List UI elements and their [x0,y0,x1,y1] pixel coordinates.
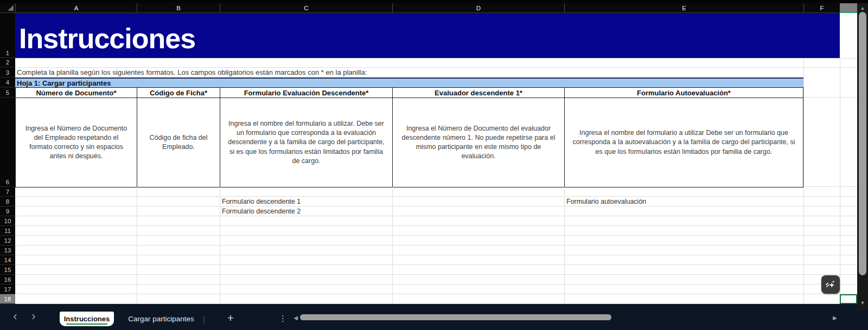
sheet-nav-prev-button[interactable]: ‹ [9,309,22,323]
vertical-scrollbar-thumb[interactable] [859,12,866,275]
description-cell-evaluador-descendente[interactable]: Ingresa el Número de Documento del evalu… [392,98,565,187]
row-header-10[interactable]: 10 [0,216,15,226]
header-cell-evaluador-descendente[interactable]: Evaluador descendente 1* [392,87,565,98]
sheet-tab-bar: ‹ › Instrucciones Cargar participantes |… [0,304,868,330]
tab-separator: | [201,312,207,326]
description-cell-formulario-descendente[interactable]: Ingresa el nombre del formulario a utili… [220,98,393,187]
intro-text-cell[interactable]: Completa la planilla según los siguiente… [15,67,803,77]
row-header-3[interactable]: 3 [0,67,15,77]
row-header-4[interactable]: 4 [0,77,15,87]
spreadsheet-app: A B C D E F 1 2 3 4 5 6 7 8 9 10 11 12 1… [0,0,868,330]
tab-instrucciones[interactable]: Instrucciones [60,312,114,326]
sheet-list-menu-button[interactable]: ⋮ [278,311,289,326]
selected-cell-g18[interactable] [840,294,857,304]
column-header-e[interactable]: E [564,3,803,13]
horizontal-scrollbar-thumb[interactable] [300,314,611,320]
row-header-7[interactable]: 7 [0,187,15,197]
row-header-14[interactable]: 14 [0,255,15,265]
sparkle-icon [825,279,837,290]
row-header-9[interactable]: 9 [0,206,15,216]
row-header-13[interactable]: 13 [0,245,15,255]
sheet-nav-next-button[interactable]: › [27,309,40,323]
column-header-a[interactable]: A [15,3,137,13]
sheet-grid: Instrucciones Completa la planilla según… [15,13,857,304]
row-header-17[interactable]: 17 [0,284,15,294]
description-cell-codigo-ficha[interactable]: Código de ficha del Empleado. [137,98,220,187]
hscroll-right-arrow[interactable]: ▶ [831,313,839,322]
cell-e8[interactable]: Formulario autoevaluación [564,197,803,206]
row-header-15[interactable]: 15 [0,265,15,275]
scroll-down-arrow[interactable]: ▼ [857,299,868,307]
title-cell[interactable]: Instrucciones [15,13,840,58]
row-header-8[interactable]: 8 [0,197,15,206]
row-header-2[interactable]: 2 [0,58,15,67]
row-header-5[interactable]: 5 [0,87,15,98]
vertical-scrollbar[interactable]: ▲ ▼ [857,3,868,310]
column-header-d[interactable]: D [392,3,564,13]
select-all-triangle-icon [8,5,14,11]
row-header-column: 1 2 3 4 5 6 7 8 9 10 11 12 13 14 15 16 1… [0,13,15,304]
active-tab-underline [66,323,107,325]
row-header-1[interactable]: 1 [0,13,15,58]
header-cell-formulario-autoevaluacion[interactable]: Formulario Autoevaluación* [564,87,803,98]
hscroll-left-arrow[interactable]: ◀ [292,313,299,322]
tab-cargar-participantes[interactable]: Cargar participantes [126,312,196,326]
row-header-6[interactable]: 6 [0,98,15,187]
column-header-c[interactable]: C [220,3,392,13]
select-all-corner[interactable] [0,3,15,13]
column-header-b[interactable]: B [137,3,220,13]
header-cell-formulario-descendente[interactable]: Formulario Evaluación Descendente* [220,87,393,98]
section-header-cell[interactable]: Hoja 1: Cargar participantes [15,77,803,87]
row-header-12[interactable]: 12 [0,236,15,245]
scroll-up-arrow[interactable]: ▲ [857,4,868,12]
cell-c9[interactable]: Formulario descendente 2 [220,206,392,216]
row-header-18-selected[interactable]: 18 [0,294,15,304]
description-cell-numero-documento[interactable]: Ingresa el Número de Documento del Emple… [15,98,137,187]
description-cell-formulario-autoevaluacion[interactable]: Ingresa el nombre del formulario a utili… [564,98,803,187]
cell-c8[interactable]: Formulario descendente 1 [220,197,392,206]
row-header-16[interactable]: 16 [0,275,15,284]
header-cell-numero-documento[interactable]: Número de Documento* [15,87,137,98]
header-cell-codigo-ficha[interactable]: Código de Ficha* [137,87,220,98]
row-header-11[interactable]: 11 [0,226,15,236]
sheet-title: Instrucciones [19,22,195,55]
add-sheet-button[interactable]: + [224,310,238,326]
column-header-g-selected[interactable] [840,3,857,13]
ai-sparkle-button[interactable] [821,275,840,294]
column-header-f[interactable]: F [803,3,840,13]
